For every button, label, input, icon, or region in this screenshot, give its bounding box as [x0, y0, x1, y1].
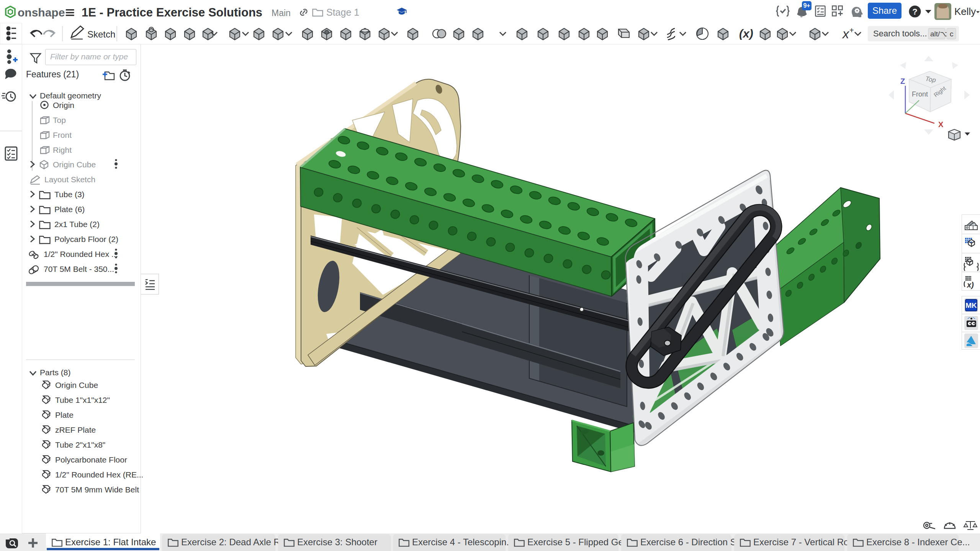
- svg-text:alt/⌥: alt/⌥: [930, 30, 948, 38]
- svg-text:MK: MK: [965, 301, 977, 309]
- svg-text:(x): (x): [739, 27, 753, 40]
- svg-text:?: ?: [912, 7, 917, 16]
- svg-text:Sketch: Sketch: [87, 29, 115, 39]
- svg-text:+: +: [849, 26, 854, 34]
- svg-text:Search tools...: Search tools...: [873, 29, 927, 38]
- svg-text:c: c: [950, 30, 954, 38]
- svg-text:Front: Front: [912, 90, 928, 98]
- svg-text:x): x): [967, 281, 974, 289]
- svg-text:X: X: [938, 120, 944, 129]
- svg-text:Z: Z: [900, 77, 905, 85]
- svg-text:x: x: [842, 26, 849, 41]
